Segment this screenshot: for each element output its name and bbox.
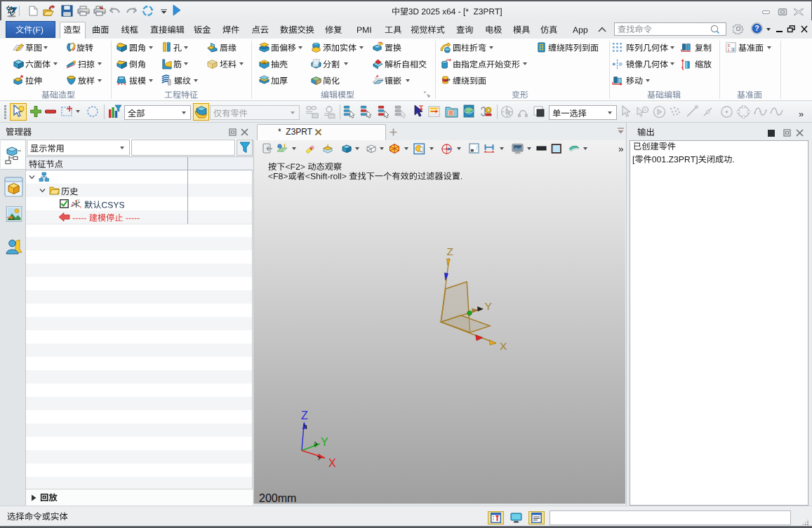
svg-text:Z: Z [301, 409, 308, 421]
svg-text:Y: Y [321, 436, 328, 448]
svg-text:x: x [80, 205, 82, 209]
svg-text:Z: Z [447, 245, 453, 257]
svg-text:Y: Y [485, 300, 492, 312]
svg-text:X: X [500, 340, 507, 352]
svg-text:Z: Z [71, 203, 73, 208]
svg-text:X: X [328, 457, 336, 469]
svg-text:?: ? [754, 24, 759, 32]
